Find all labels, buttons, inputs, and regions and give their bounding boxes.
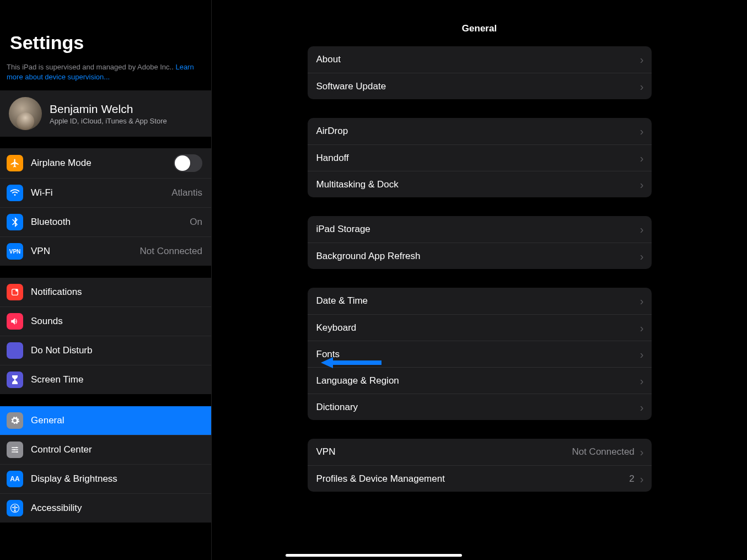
annotation-arrow	[321, 357, 381, 368]
general-ipad-storage[interactable]: iPad Storage ›	[308, 216, 652, 243]
sidebar-item-sounds[interactable]: Sounds	[0, 306, 211, 336]
main-panel: General About › Software Update › AirDro…	[212, 0, 747, 560]
wifi-settings-icon	[7, 185, 23, 201]
row-label: Multitasking & Dock	[316, 179, 635, 190]
sidebar-item-label: Accessibility	[31, 503, 202, 514]
chevron-right-icon: ›	[640, 224, 644, 235]
general-handoff[interactable]: Handoff ›	[308, 144, 652, 171]
row-value: 2	[629, 473, 634, 484]
sidebar-item-general[interactable]: General	[0, 406, 211, 435]
sidebar-item-notifications[interactable]: Notifications	[0, 278, 211, 306]
sidebar-item-label: Do Not Disturb	[31, 345, 202, 356]
sidebar-item-label: Screen Time	[31, 374, 202, 385]
sidebar-item-vpn[interactable]: VPN VPN Not Connected	[0, 236, 211, 266]
chevron-right-icon: ›	[640, 179, 644, 190]
general-profiles[interactable]: Profiles & Device Management 2 ›	[308, 465, 652, 492]
sidebar-item-value: Atlantis	[171, 187, 202, 198]
chevron-right-icon: ›	[640, 126, 644, 137]
row-label: iPad Storage	[316, 224, 635, 235]
sidebar-item-controlcenter[interactable]: Control Center	[0, 435, 211, 464]
row-label: Date & Time	[316, 295, 635, 306]
airplane-icon	[7, 155, 23, 171]
supervision-notice: This iPad is supervised and managed by A…	[0, 59, 211, 90]
hourglass-icon	[7, 371, 23, 388]
sidebar-item-dnd[interactable]: Do Not Disturb	[0, 336, 211, 365]
sidebar-item-label: Wi-Fi	[31, 187, 164, 198]
chevron-right-icon: ›	[640, 54, 644, 65]
general-vpn[interactable]: VPN Not Connected ›	[308, 439, 652, 465]
row-label: Software Update	[316, 81, 635, 92]
supervision-text: This iPad is supervised and managed by A…	[7, 63, 175, 71]
sidebar-item-label: Display & Brightness	[31, 473, 202, 484]
airplane-toggle[interactable]	[174, 154, 202, 172]
sliders-icon	[7, 441, 23, 458]
page-title: General	[212, 15, 747, 46]
vpn-icon: VPN	[7, 243, 23, 260]
chevron-right-icon: ›	[640, 375, 644, 386]
general-about[interactable]: About ›	[308, 46, 652, 73]
svg-marker-8	[321, 357, 333, 368]
profile-row[interactable]: Benjamin Welch Apple ID, iCloud, iTunes …	[0, 90, 211, 137]
row-label: Background App Refresh	[316, 251, 635, 262]
profile-name: Benjamin Welch	[50, 103, 167, 116]
sidebar-item-value: Not Connected	[140, 246, 202, 257]
row-label: Profiles & Device Management	[316, 473, 624, 484]
sidebar-item-label: General	[31, 415, 202, 426]
gear-icon	[7, 412, 23, 429]
sidebar-item-screentime[interactable]: Screen Time	[0, 365, 211, 394]
sidebar-item-label: Control Center	[31, 444, 202, 455]
sidebar-item-label: Notifications	[31, 287, 202, 298]
general-keyboard[interactable]: Keyboard ›	[308, 314, 652, 341]
chevron-right-icon: ›	[640, 295, 644, 306]
sidebar-item-value: On	[190, 217, 202, 228]
sidebar-item-bluetooth[interactable]: Bluetooth On	[0, 207, 211, 236]
chevron-right-icon: ›	[640, 81, 644, 92]
row-label: Dictionary	[316, 402, 635, 413]
sidebar-item-label: Sounds	[31, 316, 202, 327]
avatar	[9, 97, 42, 130]
sidebar-item-display[interactable]: AA Display & Brightness	[0, 464, 211, 493]
general-multitasking[interactable]: Multitasking & Dock ›	[308, 171, 652, 197]
row-label: Language & Region	[316, 375, 635, 386]
text-size-icon: AA	[7, 471, 23, 487]
general-date-time[interactable]: Date & Time ›	[308, 288, 652, 314]
chevron-right-icon: ›	[640, 402, 644, 413]
accessibility-icon	[7, 500, 23, 516]
row-label: VPN	[316, 446, 567, 457]
home-indicator[interactable]	[286, 554, 462, 557]
bluetooth-icon	[7, 214, 23, 230]
svg-point-1	[15, 289, 18, 292]
chevron-right-icon: ›	[640, 473, 644, 484]
svg-point-3	[13, 449, 15, 451]
row-value: Not Connected	[572, 446, 634, 457]
notifications-icon	[7, 284, 23, 300]
chevron-right-icon: ›	[640, 322, 644, 333]
general-dictionary[interactable]: Dictionary ›	[308, 394, 652, 420]
row-label: About	[316, 54, 635, 65]
general-airdrop[interactable]: AirDrop ›	[308, 118, 652, 144]
chevron-right-icon: ›	[640, 349, 644, 360]
general-software-update[interactable]: Software Update ›	[308, 73, 652, 99]
sidebar-item-wifi[interactable]: Wi-Fi Atlantis	[0, 178, 211, 207]
sidebar-item-airplane[interactable]: Airplane Mode	[0, 148, 211, 178]
chevron-right-icon: ›	[640, 153, 644, 164]
row-label: AirDrop	[316, 126, 635, 137]
svg-point-4	[17, 451, 18, 453]
general-language[interactable]: Language & Region ›	[308, 367, 652, 394]
sounds-icon	[7, 313, 23, 330]
settings-title: Settings	[0, 15, 211, 59]
svg-point-2	[15, 447, 17, 449]
moon-icon	[7, 342, 23, 359]
sidebar-item-accessibility[interactable]: Accessibility	[0, 493, 211, 523]
chevron-right-icon: ›	[640, 251, 644, 262]
chevron-right-icon: ›	[640, 446, 644, 457]
sidebar-item-label: Bluetooth	[31, 217, 182, 228]
row-label: Keyboard	[316, 322, 635, 333]
profile-subtitle: Apple ID, iCloud, iTunes & App Store	[50, 117, 167, 125]
sidebar-item-label: VPN	[31, 246, 132, 257]
sidebar: Settings This iPad is supervised and man…	[0, 0, 212, 560]
sidebar-item-label: Airplane Mode	[31, 158, 166, 169]
general-bg-refresh[interactable]: Background App Refresh ›	[308, 243, 652, 269]
row-label: Handoff	[316, 153, 635, 164]
svg-point-6	[14, 505, 16, 507]
